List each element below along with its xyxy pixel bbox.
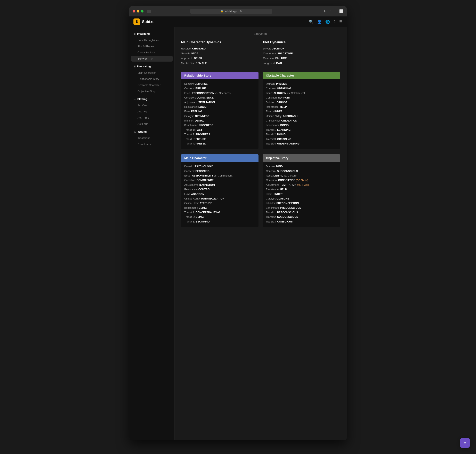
- rs-condition: Condition: CONSCIENCE: [184, 96, 255, 100]
- sidebar-item-plot-players[interactable]: Plot & Players: [131, 43, 173, 49]
- sidebar-item-treatment[interactable]: Treatment: [131, 135, 173, 141]
- mc-domain: Domain: PSYCHOLOGY: [184, 165, 255, 168]
- url-text: subtxt.app: [225, 10, 237, 13]
- minimize-button[interactable]: [137, 10, 139, 13]
- os-catalyst: Catalyst: CLOSURE: [266, 197, 337, 201]
- dynamics-judgment: Judgment: BAD: [263, 61, 340, 65]
- menu-icon[interactable]: ☰: [339, 20, 343, 24]
- tabs-icon[interactable]: ⬜: [339, 9, 343, 13]
- os-concern: Concern: SUBCONSCIOUS: [266, 169, 337, 173]
- relationship-story-header: Relationship Story: [181, 72, 258, 79]
- globe-icon[interactable]: 🌐: [325, 20, 330, 24]
- download-icon[interactable]: ⬇: [323, 9, 326, 13]
- oc-unique-ability: Unique Ability: APPROACH: [266, 114, 337, 118]
- sidebar-item-act-three[interactable]: Act Three: [131, 115, 173, 121]
- rs-issue: Issue: PRECONCEPTION vs. Openness: [184, 91, 255, 95]
- browser-chrome: ⬛ ‹ › 🔒 subtxt.app ↻ ⬇ ↑ + ⬜: [129, 6, 347, 16]
- sidebar-item-act-four[interactable]: Act Four: [131, 121, 173, 127]
- sidebar-section-illustrating: ⊞ Illustrating: [129, 63, 174, 70]
- sidebar-item-character-arcs[interactable]: Character Arcs: [131, 49, 173, 55]
- mc-transit1: Transit 1: CONCEPTUALIZING: [184, 211, 255, 214]
- sidebar-toggle-icon[interactable]: ⬛: [146, 9, 152, 13]
- imagining-label: Imagining: [137, 32, 150, 35]
- obstacle-character-header: Obstacle Character: [263, 72, 340, 79]
- mc-adjustment: Adjustment: TEMPTATION: [184, 183, 255, 187]
- lock-icon: 🔒: [220, 10, 223, 13]
- oc-resistance: Resistance: HELP: [266, 105, 337, 109]
- rs-catalyst: Catalyst: OPENNESS: [184, 114, 255, 118]
- logo-icon: S: [133, 18, 140, 25]
- forward-icon[interactable]: ›: [160, 9, 164, 13]
- mc-condition: Condition: CONSCIENCE: [184, 178, 255, 182]
- main-character-header: Main Character: [181, 154, 258, 162]
- dynamics-growth: Growth: STOP: [181, 52, 258, 56]
- mc-unique-ability: Unique Ability: RATIONALIZATION: [184, 197, 255, 201]
- rs-transit1: Transit 1: PAST: [184, 128, 255, 132]
- app-layout: ⊞ Imagining Four Throughlines Plot & Pla…: [129, 27, 347, 440]
- relationship-story-card: Relationship Story Domain: UNIVERSE Conc…: [181, 72, 258, 149]
- sidebar-item-main-character[interactable]: Main Character: [131, 70, 173, 76]
- sidebar-item-four-throughlines[interactable]: Four Throughlines: [131, 37, 173, 43]
- sidebar-item-act-two[interactable]: Act Two: [131, 109, 173, 114]
- storyform-title: Storyform: [254, 32, 267, 36]
- oc-transit2: Transit 2: DOING: [266, 133, 337, 136]
- address-bar[interactable]: 🔒 subtxt.app ↻: [190, 9, 272, 14]
- rs-transit3: Transit 3: FUTURE: [184, 137, 255, 141]
- traffic-lights: [133, 10, 144, 13]
- browser-actions: ⬇ ↑ + ⬜: [323, 9, 343, 13]
- back-icon[interactable]: ‹: [154, 9, 158, 13]
- fab-button[interactable]: ✦: [460, 438, 470, 448]
- main-character-dynamics-title: Main Character Dynamics: [181, 40, 258, 44]
- storyform-gear-icon[interactable]: ⚙: [151, 57, 153, 60]
- share-icon[interactable]: ↑: [329, 9, 331, 13]
- rs-inhibitor: Inhibitor: DENIAL: [184, 119, 255, 123]
- sidebar-item-act-one[interactable]: Act One: [131, 102, 173, 108]
- account-icon[interactable]: 👤: [317, 20, 322, 24]
- os-inhibitor: Inhibitor: PRECONCEPTION: [266, 201, 337, 205]
- os-transit1: Transit 1: PRECONSCIOUS: [266, 211, 337, 214]
- mc-critical-flaw: Critical Flaw: ATTITUDE: [184, 201, 255, 205]
- close-button[interactable]: [133, 10, 135, 13]
- writing-label: Writing: [138, 130, 147, 133]
- sidebar-section-plotting: ☰ Plotting: [129, 96, 174, 102]
- add-tab-icon[interactable]: +: [334, 9, 336, 13]
- sidebar-section-writing: 🖨 Writing: [129, 129, 174, 135]
- rs-resistance: Resistance: LOGIC: [184, 105, 255, 109]
- illustrating-section-icon: ⊞: [133, 65, 136, 68]
- sidebar-item-storyform[interactable]: Storyform ⚙: [131, 56, 173, 61]
- objective-story-header: Objective Story: [263, 154, 340, 162]
- app-name: Subtxt: [142, 20, 154, 24]
- sidebar-item-relationship-story[interactable]: Relationship Story: [131, 76, 173, 82]
- mc-resistance: Resistance: CONTROL: [184, 188, 255, 191]
- plotting-label: Plotting: [137, 98, 147, 101]
- oc-transit4: Transit 4: UNDERSTANDING: [266, 142, 337, 146]
- mc-issue: Issue: RESPONSIBILITY vs. Commitment: [184, 174, 255, 178]
- rs-concern: Concern: FUTURE: [184, 87, 255, 91]
- top-bar-actions: 🔍 👤 🌐 ? ☰: [309, 20, 343, 24]
- obstacle-character-card: Obstacle Character Domain: PHYSICS Conce…: [263, 72, 340, 149]
- dynamics-resolve: Resolve: CHANGED: [181, 47, 258, 51]
- quadrant-grid-top: Relationship Story Domain: UNIVERSE Conc…: [181, 72, 340, 149]
- oc-benchmark: Benchmark: DOING: [266, 123, 337, 127]
- dynamics-continuum: Continuum: SPACETIME: [263, 52, 340, 56]
- refresh-icon[interactable]: ↻: [240, 10, 242, 13]
- os-issue: Issue: DENIAL vs. Closure: [266, 174, 337, 178]
- maximize-button[interactable]: [141, 10, 144, 13]
- top-bar: S Subtxt 🔍 👤 🌐 ? ☰: [129, 16, 347, 27]
- dynamics-outcome: Outcome: FAILURE: [263, 56, 340, 60]
- help-icon[interactable]: ?: [334, 20, 336, 24]
- dynamics-approach: Approach: BE-ER: [181, 56, 258, 60]
- oc-transit1: Transit 1: LEARNING: [266, 128, 337, 132]
- sidebar-item-obstacle-character[interactable]: Obstacle Character: [131, 82, 173, 88]
- oc-issue: Issue: ALTRUISM vs. Self Interest: [266, 91, 337, 95]
- os-transit3: Transit 3: CONSCIOUS: [266, 220, 337, 224]
- logo-area: S Subtxt: [133, 18, 154, 25]
- search-icon[interactable]: 🔍: [309, 20, 314, 24]
- sidebar-item-downloads[interactable]: Downloads: [131, 141, 173, 147]
- mc-flow: Flow: ABANDON: [184, 192, 255, 196]
- oc-domain: Domain: PHYSICS: [266, 82, 337, 86]
- main-character-dynamics: Main Character Dynamics Resolve: CHANGED…: [181, 40, 258, 66]
- sidebar-item-objective-story[interactable]: Objective Story: [131, 88, 173, 94]
- rs-benchmark: Benchmark: PROGRESS: [184, 123, 255, 127]
- rs-flow: Flow: FEELING: [184, 110, 255, 114]
